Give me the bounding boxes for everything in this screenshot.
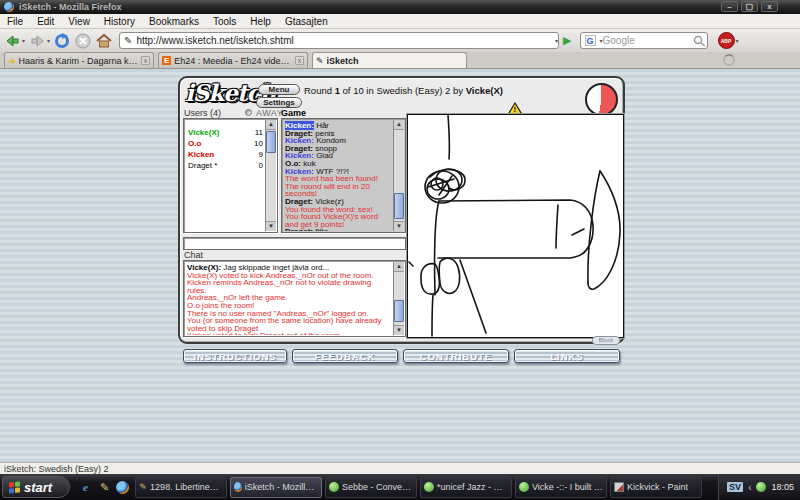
clock: 18:05 bbox=[771, 482, 794, 492]
window-titlebar: iSketch - Mozilla Firefox – ▢ x bbox=[0, 0, 800, 14]
firefox-quicklaunch-icon[interactable] bbox=[116, 481, 129, 494]
stop-button[interactable] bbox=[74, 33, 92, 49]
block-button[interactable]: Block bbox=[592, 336, 620, 345]
task-libertines[interactable]: ✎ 1298. Libertines - Th... bbox=[135, 477, 227, 498]
menu-view[interactable]: View bbox=[61, 16, 97, 27]
desktop: iSketch - Mozilla Firefox – ▢ x File Edi… bbox=[0, 0, 800, 500]
tab-mp3[interactable]: ➜ Haaris & Karim - Dagarna kommer.mp3...… bbox=[4, 52, 154, 68]
scroll-down-icon[interactable]: ▼ bbox=[266, 221, 276, 231]
forward-history-caret[interactable]: ▾ bbox=[47, 37, 50, 44]
language-indicator[interactable]: SV bbox=[727, 482, 743, 492]
task-sebbe[interactable]: Sebbe - Conversation bbox=[325, 477, 417, 498]
start-button[interactable]: start bbox=[2, 476, 70, 498]
search-box[interactable]: G ▾ Google bbox=[580, 32, 708, 49]
tray-collapse-chevron[interactable]: ‹ bbox=[748, 482, 751, 493]
brush-icon: ✎ bbox=[139, 480, 147, 495]
feedback-button[interactable]: FEEDBACK bbox=[292, 349, 398, 363]
round-info: Round 1 of 10 in Swedish (Easy) 2 by Vic… bbox=[304, 85, 503, 96]
users-scrollbar[interactable]: ▲ ▼ bbox=[265, 120, 276, 231]
eh24-favicon: E bbox=[162, 56, 171, 65]
status-text: iSketch: Swedish (Easy) 2 bbox=[4, 464, 109, 474]
scrollbar-thumb[interactable] bbox=[266, 131, 276, 153]
msn-tray-icon[interactable] bbox=[756, 482, 766, 492]
brush-quicklaunch-icon[interactable]: ✎ bbox=[97, 480, 112, 495]
scroll-up-icon[interactable]: ▲ bbox=[394, 262, 404, 272]
minimize-button[interactable]: – bbox=[721, 1, 738, 12]
home-button[interactable] bbox=[95, 33, 113, 49]
chat-label: Chat bbox=[184, 250, 203, 260]
scroll-down-icon[interactable]: ▼ bbox=[394, 221, 404, 231]
go-button[interactable]: ▶ bbox=[563, 34, 571, 47]
quick-launch: e ✎ bbox=[78, 480, 129, 495]
scroll-down-icon[interactable]: ▼ bbox=[394, 325, 404, 335]
scroll-up-icon[interactable]: ▲ bbox=[394, 120, 404, 130]
game-message-list: Kicken: Hår Draget: penis Kicken: Kondom… bbox=[281, 118, 406, 233]
tab-bar: ➜ Haaris & Karim - Dagarna kommer.mp3...… bbox=[0, 52, 800, 69]
scrollbar-thumb[interactable] bbox=[394, 193, 404, 219]
msn-icon bbox=[424, 482, 434, 492]
user-row[interactable]: Kicken 9 bbox=[184, 149, 277, 160]
user-row[interactable]: Vicke(X) 11 bbox=[184, 127, 277, 138]
chat-message-list: Vicke(X): Jag skippade inget jävla ord..… bbox=[183, 260, 406, 337]
drawing-canvas[interactable] bbox=[407, 114, 624, 338]
windows-flag-icon bbox=[9, 481, 20, 493]
game-label: Game bbox=[281, 108, 306, 118]
system-tray: SV ‹ 18:05 bbox=[718, 474, 800, 500]
url-text: http://www.isketch.net/isketch.shtml bbox=[136, 35, 293, 46]
tab-eh24[interactable]: E Eh24 : Meedia - Eh24 video: Bedwetter.… bbox=[158, 52, 308, 68]
url-bar[interactable]: ✎ http://www.isketch.net/isketch.shtml ▾ bbox=[119, 32, 559, 49]
navigation-toolbar: ▾ ▾ ✎ http://www.isketch.net/isketch.sht… bbox=[0, 29, 800, 52]
game-scrollbar[interactable]: ▲ ▼ bbox=[393, 120, 404, 231]
window-title: iSketch - Mozilla Firefox bbox=[19, 2, 122, 12]
menu-help[interactable]: Help bbox=[243, 16, 278, 27]
away-radio[interactable] bbox=[245, 109, 252, 116]
maximize-button[interactable]: ▢ bbox=[741, 1, 758, 12]
msn-icon bbox=[519, 482, 529, 492]
settings-button[interactable]: Settings bbox=[256, 97, 302, 108]
menu-history[interactable]: History bbox=[97, 16, 142, 27]
menu-bookmarks[interactable]: Bookmarks bbox=[142, 16, 206, 27]
paint-icon bbox=[614, 482, 624, 492]
contribute-button[interactable]: CONTRIBUTE bbox=[403, 349, 509, 363]
menu-file[interactable]: File bbox=[0, 16, 30, 27]
url-dropdown-caret[interactable]: ▾ bbox=[555, 37, 558, 44]
menu-tools[interactable]: Tools bbox=[206, 16, 243, 27]
scrollbar-thumb[interactable] bbox=[394, 300, 404, 322]
search-placeholder: Google bbox=[603, 35, 693, 46]
back-history-caret[interactable]: ▾ bbox=[22, 37, 25, 44]
menu-bar: File Edit View History Bookmarks Tools H… bbox=[0, 14, 800, 29]
adblock-icon[interactable]: ABP bbox=[718, 32, 735, 49]
users-label: Users (4) bbox=[184, 108, 221, 118]
chat-scrollbar[interactable]: ▲ ▼ bbox=[393, 262, 404, 335]
internet-explorer-icon[interactable]: e bbox=[78, 480, 93, 495]
guess-input[interactable] bbox=[183, 237, 406, 250]
msn-icon bbox=[329, 482, 339, 492]
task-isketch-firefox[interactable]: iSketch - Mozilla Firefox bbox=[230, 477, 322, 498]
close-button[interactable]: x bbox=[761, 1, 778, 12]
tab-isketch[interactable]: ✎ iSketch bbox=[312, 52, 467, 68]
adblock-caret[interactable]: ▾ bbox=[736, 37, 739, 44]
instructions-button[interactable]: INSTRUCTIONS bbox=[183, 349, 287, 363]
menu-gtasajten[interactable]: Gtasajten bbox=[278, 16, 335, 27]
scroll-up-icon[interactable]: ▲ bbox=[266, 120, 276, 130]
taskbar: start e ✎ ✎ 1298. Libertines - Th... iSk… bbox=[0, 474, 800, 500]
sketch-drawing bbox=[408, 115, 623, 337]
task-paint[interactable]: Kickvick - Paint bbox=[610, 477, 702, 498]
menu-edit[interactable]: Edit bbox=[30, 16, 61, 27]
reload-button[interactable] bbox=[53, 33, 71, 49]
back-button[interactable] bbox=[3, 34, 21, 48]
round-timer-pie bbox=[585, 83, 618, 116]
users-list: Vicke(X) 11 O.o 10 Kicken 9 Draget * 0 ▲… bbox=[183, 118, 278, 233]
user-row[interactable]: Draget * 0 bbox=[184, 160, 277, 171]
user-row[interactable]: O.o 10 bbox=[184, 138, 277, 149]
task-vicke[interactable]: Vicke -::- I built it up, ... bbox=[515, 477, 607, 498]
tab-close-icon[interactable]: x bbox=[141, 56, 150, 65]
task-unicef[interactable]: *unicef Jazz - Conver... bbox=[420, 477, 512, 498]
menu-button[interactable]: Menu bbox=[258, 84, 300, 95]
tab-close-icon[interactable]: x bbox=[295, 56, 304, 65]
links-button[interactable]: LINKS bbox=[514, 349, 620, 363]
forward-button[interactable] bbox=[28, 34, 46, 48]
magnifier-icon[interactable] bbox=[693, 35, 707, 47]
page-favicon-brush-icon: ✎ bbox=[124, 35, 132, 46]
brush-favicon: ✎ bbox=[316, 56, 324, 66]
